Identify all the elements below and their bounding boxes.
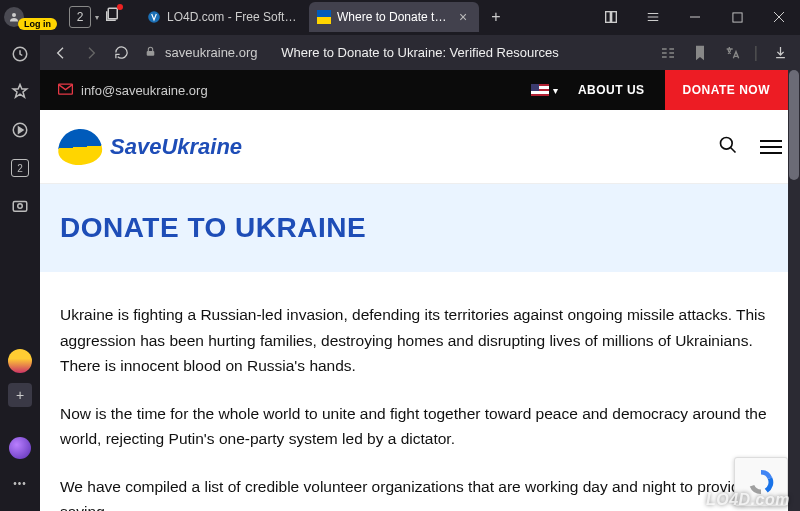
screenshot-icon[interactable] <box>6 192 34 220</box>
minimize-button[interactable] <box>674 0 716 34</box>
new-tab-button[interactable]: + <box>483 4 509 30</box>
article-content: Ukraine is fighting a Russian-led invasi… <box>40 272 800 511</box>
donate-button[interactable]: DONATE NOW <box>665 70 788 110</box>
scrollbar-thumb[interactable] <box>789 70 799 180</box>
paragraph: We have compiled a list of credible volu… <box>60 474 780 511</box>
page-viewport: info@saveukraine.org ▾ ABOUT US DONATE N… <box>40 70 800 511</box>
us-flag-icon <box>531 84 549 96</box>
hero-title: DONATE TO UKRAINE <box>60 212 780 244</box>
maximize-button[interactable] <box>716 0 758 34</box>
lock-icon <box>144 45 157 61</box>
page-title: Where to Donate to Ukraine: Verified Res… <box>281 45 558 60</box>
tab-title: LO4D.com - Free Software… <box>167 10 301 24</box>
reader-icon[interactable] <box>654 39 682 67</box>
logo-text: SaveUkraine <box>110 134 242 160</box>
close-button[interactable] <box>758 0 800 34</box>
browser-sidebar: 2 + ••• <box>0 34 40 511</box>
tab-active[interactable]: Where to Donate to Ukr… × <box>309 2 479 32</box>
nav-toolbar: saveukraine.org Where to Donate to Ukrai… <box>40 34 800 70</box>
paragraph: Ukraine is fighting a Russian-led invasi… <box>60 302 780 379</box>
paragraph: Now is the time for the whole world to u… <box>60 401 780 452</box>
play-icon[interactable] <box>6 116 34 144</box>
svg-rect-5 <box>606 12 611 23</box>
assistant-icon[interactable] <box>9 437 31 459</box>
history-icon[interactable] <box>6 40 34 68</box>
site-header-right <box>718 135 782 159</box>
svg-rect-12 <box>147 50 155 55</box>
more-icon[interactable]: ••• <box>6 469 34 497</box>
svg-point-0 <box>12 13 16 17</box>
svg-rect-6 <box>612 12 617 23</box>
language-selector[interactable]: ▾ <box>531 84 558 96</box>
svg-rect-3 <box>317 10 331 17</box>
main-column: saveukraine.org Where to Donate to Ukrai… <box>40 34 800 511</box>
window-group-counter[interactable]: 2 <box>69 6 91 28</box>
titlebar-left: Log in 2 ▾ <box>0 4 121 30</box>
library-icon[interactable] <box>590 0 632 34</box>
tab-background-1[interactable]: LO4D.com - Free Software… <box>139 2 309 32</box>
svg-point-14 <box>721 137 733 149</box>
favicon-lo4d-icon <box>147 10 161 24</box>
contact-email-link[interactable]: info@saveukraine.org <box>58 83 208 98</box>
logo[interactable]: SaveUkraine <box>58 129 242 165</box>
svg-point-11 <box>18 204 23 209</box>
site-header: SaveUkraine <box>40 110 800 184</box>
logo-flag-icon <box>57 127 103 166</box>
back-button[interactable] <box>46 38 76 68</box>
windows-icon[interactable] <box>103 6 121 28</box>
svg-rect-1 <box>108 8 117 19</box>
notification-dot <box>117 4 123 10</box>
close-icon[interactable]: × <box>455 9 471 25</box>
url-text: saveukraine.org <box>165 45 258 60</box>
titlebar-right <box>590 0 800 34</box>
titlebar: Log in 2 ▾ LO4D.com - Free Software… Whe… <box>0 0 800 34</box>
chevron-down-icon: ▾ <box>553 85 558 96</box>
tab-title: Where to Donate to Ukr… <box>337 10 449 24</box>
scrollbar[interactable] <box>788 70 800 511</box>
menu-icon[interactable] <box>632 0 674 34</box>
email-text: info@saveukraine.org <box>81 83 208 98</box>
svg-rect-4 <box>317 17 331 24</box>
hamburger-menu-icon[interactable] <box>760 140 782 154</box>
search-icon[interactable] <box>718 135 738 159</box>
bookmark-star-icon[interactable] <box>6 78 34 106</box>
toolbar-right: | <box>654 39 794 67</box>
translate-icon[interactable] <box>718 39 746 67</box>
bookmark-icon[interactable] <box>686 39 714 67</box>
reload-button[interactable] <box>106 38 136 68</box>
site-topbar: info@saveukraine.org ▾ ABOUT US DONATE N… <box>40 70 800 110</box>
chevron-down-icon[interactable]: ▾ <box>95 13 99 22</box>
sidebar-box-item[interactable]: 2 <box>6 154 34 182</box>
login-badge[interactable]: Log in <box>18 18 57 30</box>
topbar-right: ▾ ABOUT US DONATE NOW <box>531 70 782 110</box>
tab-strip: LO4D.com - Free Software… Where to Donat… <box>139 0 509 34</box>
forward-button[interactable] <box>76 38 106 68</box>
add-panel-button[interactable]: + <box>8 383 32 407</box>
hero-section: DONATE TO UKRAINE <box>40 184 800 272</box>
envelope-icon <box>58 83 73 98</box>
about-link[interactable]: ABOUT US <box>578 83 645 97</box>
svg-rect-10 <box>13 202 27 212</box>
recaptcha-badge[interactable] <box>734 457 788 507</box>
favicon-ukraine-icon <box>317 10 331 24</box>
download-icon[interactable] <box>766 39 794 67</box>
svg-rect-7 <box>732 12 741 21</box>
sidebar-app-icon[interactable] <box>8 349 32 373</box>
